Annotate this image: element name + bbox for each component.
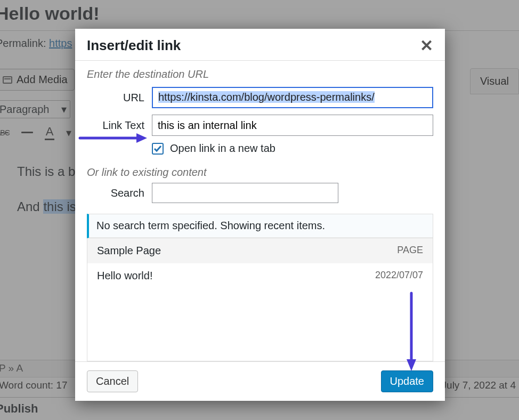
url-input[interactable]: https://kinsta.com/blog/wordpress-permal… xyxy=(152,87,433,108)
insert-link-modal: Insert/edit link ✕ Enter the destination… xyxy=(75,29,445,401)
newtab-checkbox[interactable] xyxy=(152,143,164,155)
linktext-input[interactable] xyxy=(152,115,433,136)
newtab-label: Open link in a new tab xyxy=(170,142,275,155)
cancel-button[interactable]: Cancel xyxy=(87,370,138,392)
modal-title: Insert/edit link xyxy=(87,37,181,54)
close-icon[interactable]: ✕ xyxy=(420,38,433,54)
check-icon xyxy=(153,144,162,153)
annotation-arrow xyxy=(405,292,418,375)
search-notice: No search term specified. Showing recent… xyxy=(87,214,433,238)
search-label: Search xyxy=(87,187,144,199)
search-input[interactable] xyxy=(152,183,338,203)
annotation-arrow xyxy=(79,132,148,147)
result-meta: PAGE xyxy=(397,245,423,257)
results-list: Sample Page PAGE Hello world! 2022/07/07 xyxy=(87,238,433,361)
svg-marker-1 xyxy=(407,359,416,371)
url-label: URL xyxy=(87,92,144,104)
notice-text: No search term specified. Showing recent… xyxy=(89,214,433,238)
url-instruction: Enter the destination URL xyxy=(87,68,433,80)
result-title: Hello world! xyxy=(97,270,152,282)
linktext-label: Link Text xyxy=(87,119,144,132)
svg-marker-0 xyxy=(136,133,147,143)
existing-instruction: Or link to existing content xyxy=(87,166,433,179)
result-item[interactable]: Sample Page PAGE xyxy=(87,238,433,263)
result-title: Sample Page xyxy=(97,245,161,257)
url-value: https://kinsta.com/blog/wordpress-permal… xyxy=(158,91,375,103)
result-meta: 2022/07/07 xyxy=(375,270,423,282)
result-item[interactable]: Hello world! 2022/07/07 xyxy=(87,263,433,288)
